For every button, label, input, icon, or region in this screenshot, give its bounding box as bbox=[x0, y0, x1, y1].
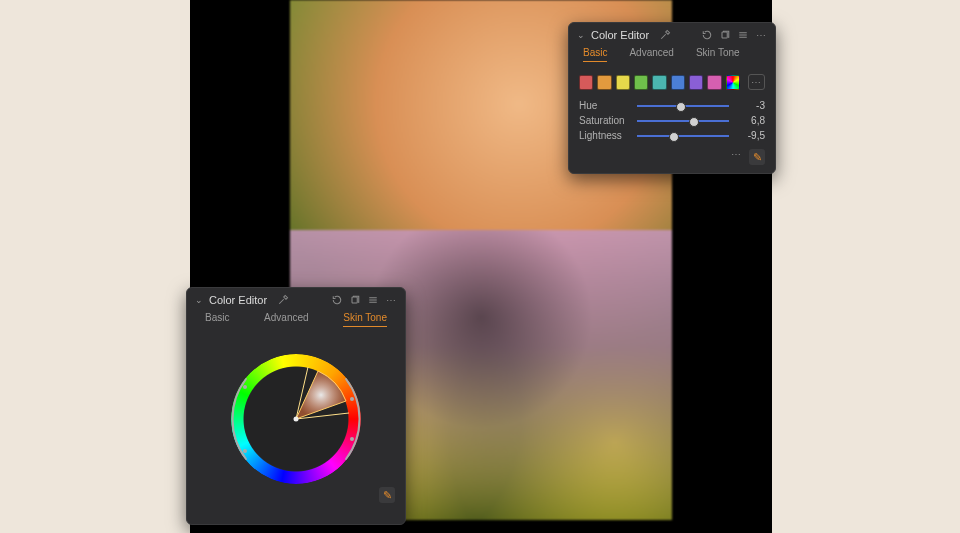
panel-footer: ⋯ ✎ bbox=[569, 143, 775, 165]
tab-advanced[interactable]: Advanced bbox=[264, 312, 308, 327]
reset-icon[interactable] bbox=[701, 29, 713, 41]
more-icon[interactable]: ⋯ bbox=[755, 29, 767, 41]
color-editor-tabs: Basic Advanced Skin Tone bbox=[569, 45, 775, 68]
panel-title: Color Editor bbox=[209, 294, 267, 306]
tab-advanced[interactable]: Advanced bbox=[629, 47, 673, 62]
color-editor-basic-panel: ⌄ Color Editor ⋯ Basic Advanced Skin Ton… bbox=[568, 22, 776, 174]
color-editor-tabs: Basic Advanced Skin Tone bbox=[187, 310, 405, 329]
panel-header: ⌄ Color Editor ⋯ bbox=[569, 23, 775, 45]
skin-tone-wheel[interactable]: ✎ bbox=[187, 329, 405, 509]
color-swatch-row: ⋯ bbox=[569, 68, 775, 98]
panel-header: ⌄ Color Editor ⋯ bbox=[187, 288, 405, 310]
copy-icon[interactable] bbox=[349, 294, 361, 306]
tab-basic[interactable]: Basic bbox=[205, 312, 229, 327]
lightness-slider-row: Lightness -9,5 bbox=[569, 128, 775, 143]
eyedropper-icon[interactable] bbox=[659, 29, 671, 41]
tab-skin-tone[interactable]: Skin Tone bbox=[696, 47, 740, 62]
mask-brush-icon[interactable]: ✎ bbox=[749, 149, 765, 165]
mask-brush-icon[interactable]: ✎ bbox=[379, 487, 395, 503]
menu-bars-icon[interactable] bbox=[367, 294, 379, 306]
swatch-blue[interactable] bbox=[671, 75, 685, 90]
swatch-purple[interactable] bbox=[689, 75, 703, 90]
panel-title: Color Editor bbox=[591, 29, 649, 41]
hue-label: Hue bbox=[579, 100, 629, 111]
swatch-orange[interactable] bbox=[597, 75, 611, 90]
saturation-label: Saturation bbox=[579, 115, 629, 126]
saturation-value[interactable]: 6,8 bbox=[737, 115, 765, 126]
swatch-all-colors-icon[interactable] bbox=[726, 75, 740, 90]
app-viewport: ⌄ Color Editor ⋯ Basic Advanced Skin Ton… bbox=[190, 0, 772, 533]
lightness-slider[interactable] bbox=[637, 131, 729, 141]
hue-value[interactable]: -3 bbox=[737, 100, 765, 111]
tab-basic[interactable]: Basic bbox=[583, 47, 607, 62]
copy-icon[interactable] bbox=[719, 29, 731, 41]
tab-skin-tone[interactable]: Skin Tone bbox=[343, 312, 387, 327]
swatch-red[interactable] bbox=[579, 75, 593, 90]
reset-icon[interactable] bbox=[331, 294, 343, 306]
svg-rect-0 bbox=[722, 32, 727, 38]
saturation-slider[interactable] bbox=[637, 116, 729, 126]
color-editor-skin-tone-panel: ⌄ Color Editor ⋯ Basic Advanced Skin Ton… bbox=[186, 287, 406, 525]
footer-more-icon[interactable]: ⋯ bbox=[731, 149, 743, 165]
saturation-slider-row: Saturation 6,8 bbox=[569, 113, 775, 128]
wheel-center-handle[interactable] bbox=[294, 417, 299, 422]
lightness-value[interactable]: -9,5 bbox=[737, 130, 765, 141]
lightness-label: Lightness bbox=[579, 130, 629, 141]
swatch-green[interactable] bbox=[634, 75, 648, 90]
collapse-chevron-icon[interactable]: ⌄ bbox=[195, 295, 203, 305]
add-swatch-button[interactable]: ⋯ bbox=[748, 74, 765, 90]
swatch-yellow[interactable] bbox=[616, 75, 630, 90]
panel-footer: ✎ bbox=[379, 487, 395, 503]
swatch-cyan[interactable] bbox=[652, 75, 666, 90]
eyedropper-icon[interactable] bbox=[277, 294, 289, 306]
hue-slider[interactable] bbox=[637, 101, 729, 111]
collapse-chevron-icon[interactable]: ⌄ bbox=[577, 30, 585, 40]
hue-slider-row: Hue -3 bbox=[569, 98, 775, 113]
svg-rect-1 bbox=[352, 297, 357, 303]
menu-bars-icon[interactable] bbox=[737, 29, 749, 41]
more-icon[interactable]: ⋯ bbox=[385, 294, 397, 306]
swatch-magenta[interactable] bbox=[707, 75, 721, 90]
